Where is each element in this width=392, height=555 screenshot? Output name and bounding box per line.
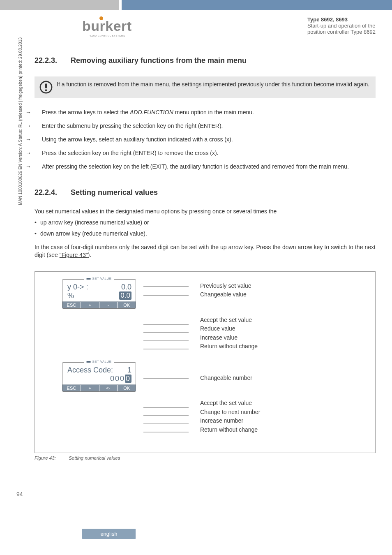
footer-language-pill: english bbox=[82, 529, 136, 539]
key-plus: + bbox=[81, 385, 99, 391]
doc-metadata: Type 8692, 8693 Start-up and operation o… bbox=[307, 16, 376, 35]
lcd-keys-1: ESC + - OK bbox=[62, 301, 136, 308]
heading-num: 22.2.3. bbox=[35, 56, 71, 65]
label-next-number: Change to next number bbox=[200, 409, 260, 416]
figure-panel-1: SET VALUE y 0-> : 0.0 % 0.0 ESC + - OK bbox=[62, 279, 366, 353]
step-3: →Using the arrow keys, select an auxilia… bbox=[35, 136, 376, 143]
four-digit-note: In the case of four-digit numbers only t… bbox=[35, 243, 376, 259]
logo: burkert FLUID CONTROL SYSTEMS bbox=[82, 16, 132, 37]
top-color-bars bbox=[0, 0, 392, 13]
top-bar-blue bbox=[122, 0, 392, 10]
bullet-down: down arrow key (reduce numerical value). bbox=[35, 230, 376, 238]
lcd-display-2: SET VALUE Access Code: 1 0000 ESC + <- O… bbox=[62, 362, 136, 392]
step-5: →After pressing the selection key on the… bbox=[35, 163, 376, 171]
svg-point-2 bbox=[45, 89, 47, 91]
figure-43: SET VALUE y 0-> : 0.0 % 0.0 ESC + - OK bbox=[35, 271, 376, 453]
label-accept: Accept the set value bbox=[200, 400, 260, 407]
key-ok: OK bbox=[118, 302, 136, 308]
panel-2-labels: Changeable number Accept the set value C… bbox=[200, 362, 260, 435]
step-2: →Enter the submenu by pressing the selec… bbox=[35, 122, 376, 130]
doc-meta-line2: position controller Type 8692 bbox=[307, 29, 376, 35]
step-4: →Press the selection key on the right (E… bbox=[35, 149, 376, 157]
key-prev: <- bbox=[99, 385, 118, 391]
key-minus: - bbox=[99, 302, 118, 308]
label-return: Return without change bbox=[200, 426, 260, 434]
leader-lines-2 bbox=[143, 362, 193, 436]
top-bar-grey bbox=[0, 0, 119, 10]
label-increase: Increase value bbox=[200, 334, 258, 342]
label-changeable-number: Changeable number bbox=[200, 375, 260, 382]
figure-43-link[interactable]: "Figure 43" bbox=[60, 252, 88, 258]
step-1: →Press the arrow keys to select the ADD.… bbox=[35, 109, 376, 116]
lcd-title: SET VALUE bbox=[84, 360, 114, 363]
bullet-up: up arrow key (increase numerical value) … bbox=[35, 219, 376, 227]
key-ok: OK bbox=[118, 385, 136, 391]
key-esc: ESC bbox=[62, 385, 81, 391]
warning-callout: If a function is removed from the main m… bbox=[35, 76, 376, 98]
lcd-keys-2: ESC + <- OK bbox=[62, 384, 136, 391]
heading-num: 22.2.4. bbox=[35, 188, 71, 197]
lcd-row-access: Access Code: 1 bbox=[67, 366, 131, 375]
key-plus: + bbox=[81, 302, 99, 308]
doc-meta-line1: Start-up and operation of the bbox=[307, 23, 376, 29]
label-increase-number: Increase number bbox=[200, 417, 260, 425]
heading-22-2-4: 22.2.4.Setting numerical values bbox=[35, 188, 376, 197]
logo-word: burkert bbox=[82, 18, 132, 34]
callout-text: If a function is removed from the main m… bbox=[57, 81, 369, 88]
label-accept: Accept the set value bbox=[200, 317, 258, 324]
doc-type: Type 8692, 8693 bbox=[307, 16, 376, 23]
heading-22-2-3: 22.2.3.Removing auxiliary functions from… bbox=[35, 56, 376, 65]
exclamation-icon bbox=[39, 81, 53, 94]
lcd-row-change: % 0.0 bbox=[67, 291, 131, 300]
lcd-title: SET VALUE bbox=[84, 277, 114, 280]
intro-text: You set numerical values in the designat… bbox=[35, 208, 376, 215]
removal-steps: →Press the arrow keys to select the ADD.… bbox=[35, 109, 376, 170]
heading-title: Removing auxiliary functions from the ma… bbox=[71, 56, 247, 65]
key-esc: ESC bbox=[62, 302, 81, 308]
lcd-row-prev: y 0-> : 0.0 bbox=[67, 283, 131, 291]
leader-lines-1 bbox=[143, 279, 193, 353]
lcd-row-code: 0000 bbox=[67, 375, 131, 383]
logo-tagline: FLUID CONTROL SYSTEMS bbox=[89, 35, 125, 37]
page-number: 94 bbox=[16, 491, 23, 497]
label-prev-value: Previously set value bbox=[200, 282, 258, 290]
label-return: Return without change bbox=[200, 343, 258, 350]
svg-rect-1 bbox=[45, 83, 47, 88]
lcd-display-1: SET VALUE y 0-> : 0.0 % 0.0 ESC + - OK bbox=[62, 279, 136, 309]
page-header: burkert FLUID CONTROL SYSTEMS Type 8692,… bbox=[0, 13, 392, 43]
label-changeable-value: Changeable value bbox=[200, 291, 258, 298]
figure-panel-2: SET VALUE Access Code: 1 0000 ESC + <- O… bbox=[62, 362, 366, 436]
label-reduce: Reduce value bbox=[200, 325, 258, 333]
figure-caption: Figure 43: Setting numerical values bbox=[35, 456, 376, 460]
key-bullets: up arrow key (increase numerical value) … bbox=[35, 219, 376, 238]
heading-title: Setting numerical values bbox=[71, 188, 158, 197]
panel-1-labels: Previously set value Changeable value Ac… bbox=[200, 279, 258, 352]
